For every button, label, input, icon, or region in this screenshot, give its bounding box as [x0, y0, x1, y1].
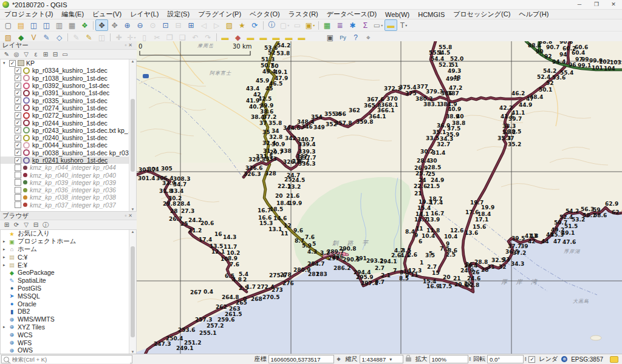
layer-checkbox[interactable]: ✓ — [15, 112, 21, 119]
magnifier-spinner[interactable]: ▲▼ — [469, 357, 471, 362]
browser-item[interactable]: ●Oracle — [1, 300, 136, 308]
browser-item[interactable]: ⊕WMS/WMTS — [1, 315, 136, 323]
refresh-icon[interactable]: ⟳ — [248, 19, 261, 31]
save-project-as-icon[interactable]: ◫ — [40, 19, 53, 31]
layer-item[interactable]: ✓kp_r0038_kushiro_1st-dec kp_r038_kus... — [1, 149, 136, 157]
browser-item[interactable]: ▸▣プロジェクトホーム — [1, 238, 136, 246]
collapse-all-icon[interactable]: ⊟ — [50, 50, 60, 59]
save-project-icon[interactable]: ◫ — [27, 19, 40, 31]
layer-checkbox[interactable]: ✓ — [15, 149, 21, 156]
messages-icon[interactable] — [610, 356, 618, 363]
menu-item-r[interactable]: ラスタ(R) — [284, 10, 323, 19]
measure-icon[interactable]: ▭▾ — [372, 19, 384, 31]
layer-checkbox[interactable]: ✓ — [15, 97, 21, 104]
bookmark-icon[interactable]: ★ — [236, 19, 248, 31]
lock-scale-icon[interactable] — [406, 357, 411, 362]
zoom-out-icon[interactable]: ⊖ — [134, 19, 146, 31]
zoom-last-icon[interactable]: ◁ — [197, 19, 210, 31]
scroll-up-icon[interactable]: ▲ — [131, 59, 135, 63]
layer-item[interactable]: ✓kp_r0243_kushiro_1st-dec.txt kp_r0243..… — [1, 127, 136, 134]
browser-item[interactable]: ▸▤C:¥ — [1, 253, 136, 261]
identify-icon[interactable]: ⓘ — [265, 19, 278, 31]
menu-item-d[interactable]: データベース(D) — [323, 10, 381, 19]
layer-item[interactable]: kmz_kp_r037_integer kp_r037 — [1, 201, 136, 209]
layer-checkbox[interactable]: ✓ — [15, 142, 21, 149]
group-checkbox[interactable]: ✓ — [9, 60, 16, 67]
collapse-browser-icon[interactable]: ⊟ — [31, 221, 41, 229]
close-panel-icon[interactable]: ✕ — [128, 213, 134, 218]
layer-checkbox[interactable]: ✓ — [15, 135, 21, 141]
rotation-value[interactable]: 0.0° — [487, 355, 524, 363]
browser-item[interactable]: ✎SpatiaLite — [1, 277, 136, 285]
browser-item[interactable]: ⊕OWS — [1, 346, 136, 354]
layer-item[interactable]: ✓kp_r0274_kushiro_1st-dec — [1, 104, 136, 112]
menu-item-h[interactable]: ヘルプ(H) — [514, 10, 553, 19]
layer-checkbox[interactable] — [15, 187, 21, 194]
add-selected-icon[interactable]: ⊞ — [2, 221, 12, 229]
layer-checkbox[interactable]: ✓ — [15, 157, 21, 164]
layer-checkbox[interactable]: ✓ — [15, 120, 21, 126]
maximize-button[interactable]: ❐ — [588, 0, 605, 9]
render-checkbox[interactable]: ✓ — [528, 356, 535, 363]
browser-item[interactable]: ⊕WCS — [1, 331, 136, 339]
attribute-table-icon[interactable]: ▦ — [321, 19, 333, 31]
layer-item[interactable]: ✓kp_r0392_kushoro_1st-dec — [1, 82, 136, 89]
layer-checkbox[interactable]: ✓ — [15, 104, 21, 111]
filter-legend-icon[interactable]: ▽ — [21, 50, 31, 59]
expand-arrow-icon[interactable]: ▸ — [3, 239, 9, 244]
style-manager-icon[interactable]: ❖ — [78, 19, 91, 31]
manage-map-themes-icon[interactable]: ◎ — [12, 50, 21, 59]
new-map-view-icon[interactable]: ▧ — [223, 19, 236, 31]
layer-checkbox[interactable] — [15, 172, 21, 178]
coordinate-value[interactable]: 16060500,5373517 — [268, 355, 334, 363]
scroll-up-icon[interactable]: ▲ — [131, 230, 135, 234]
zoom-next-icon[interactable]: ▷ — [210, 19, 223, 31]
layer-checkbox[interactable]: ✓ — [15, 90, 21, 96]
search-input[interactable] — [11, 356, 130, 363]
browser-item[interactable]: ▸⊕XYZ Tiles — [1, 323, 136, 331]
browser-item[interactable]: ▮DB2 — [1, 308, 136, 315]
remove-layer-icon[interactable]: ▭ — [60, 50, 70, 59]
browser-item[interactable]: ▸⌂ホーム — [1, 246, 136, 254]
new-print-layout-icon[interactable]: ▥ — [53, 19, 66, 31]
menu-item-l[interactable]: レイヤ(L) — [126, 10, 163, 19]
layer-checkbox[interactable]: ✓ — [15, 67, 21, 74]
browser-item[interactable]: ▸▤E:¥ — [1, 261, 136, 269]
close-panel-icon[interactable]: ✕ — [128, 42, 134, 48]
menu-item-hcmgis[interactable]: HCMGIS — [414, 11, 449, 18]
zoom-native-icon[interactable]: ⊙ — [146, 19, 159, 31]
layer-item[interactable]: ✓kp_r0334_kushiro_1st-dec — [1, 67, 136, 74]
layer-item[interactable]: ✓kp_r1038_kushiro_1st-dec — [1, 75, 136, 82]
collapse-arrow-icon[interactable]: ▾ — [3, 61, 9, 66]
browser-item[interactable]: ◆GeoPackage — [1, 269, 136, 277]
properties-icon[interactable]: ⓘ — [41, 221, 50, 229]
expand-all-icon[interactable]: ⊞ — [41, 50, 50, 59]
layer-item[interactable]: kmz_kp_r044_integer kp_r044 — [1, 164, 136, 171]
layer-group-kp[interactable]: ▾✓KP — [1, 59, 136, 67]
zoom-in-icon[interactable]: ⊕ — [121, 19, 134, 31]
zoom-to-selection-icon[interactable]: ⊟ — [172, 19, 185, 31]
layer-item[interactable]: ✓kp_r0391_kushoro_1st-dec — [1, 89, 136, 96]
menu-item-s[interactable]: 設定(S) — [163, 10, 194, 19]
layer-item[interactable]: ✓kp_r0272_kushiro_1st-dec — [1, 112, 136, 119]
expand-arrow-icon[interactable]: ▸ — [3, 263, 9, 268]
pan-to-selection-icon[interactable]: ✥ — [108, 19, 121, 31]
layer-checkbox[interactable] — [15, 179, 21, 186]
browser-item[interactable]: ➤MSSQL — [1, 292, 136, 300]
scale-combo[interactable]: 1:434887 — [360, 355, 403, 363]
show-layout-manager-icon[interactable]: ▦ — [66, 19, 78, 31]
expand-arrow-icon[interactable]: ▸ — [3, 247, 9, 252]
layer-checkbox[interactable] — [15, 194, 21, 201]
menu-item-v[interactable]: ビュー(V) — [88, 10, 126, 19]
rotation-spinner[interactable]: ▲▼ — [524, 357, 527, 362]
layer-checkbox[interactable] — [15, 201, 21, 208]
menu-item-j[interactable]: プロジェクト(J) — [0, 10, 57, 19]
layer-item[interactable]: ✓kp_r0335_kushiro_1st-dec — [1, 96, 136, 104]
select-by-form-icon[interactable]: ▣▾ — [304, 19, 316, 31]
open-layer-styling-icon[interactable]: ✎ — [2, 50, 12, 59]
browser-scrollbar[interactable]: ▲▼ — [129, 230, 136, 354]
close-button[interactable]: ✕ — [605, 0, 622, 9]
layers-scrollbar[interactable]: ▲▼ — [129, 59, 136, 211]
statistics-icon[interactable]: ≣ — [333, 19, 346, 31]
refresh-browser-icon[interactable]: ⟳ — [12, 221, 21, 229]
